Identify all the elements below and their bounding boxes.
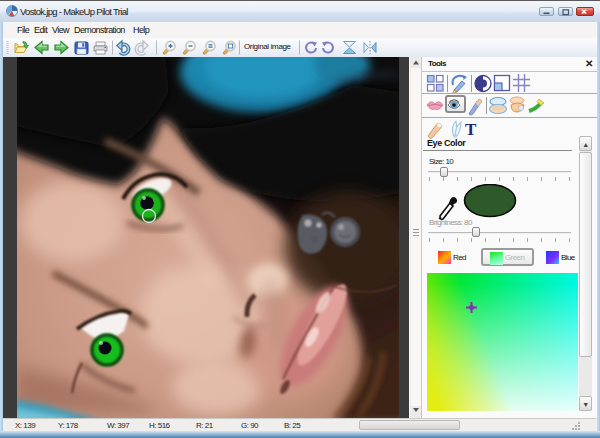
svg-text:T: T — [465, 120, 477, 139]
